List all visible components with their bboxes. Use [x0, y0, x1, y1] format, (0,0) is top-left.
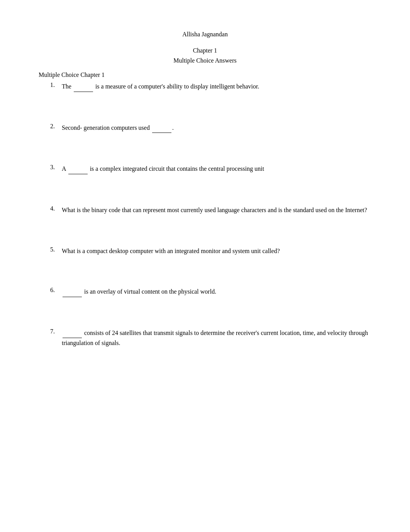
blank-1 — [74, 82, 93, 92]
question-number-4: 4. — [50, 205, 62, 212]
question-text-5: What is a compact desktop computer with … — [62, 246, 280, 256]
question-text-4: What is the binary code that can represe… — [62, 205, 367, 215]
chapter-title: Chapter 1 Multiple Choice Answers — [39, 46, 371, 65]
question-text-1: The is a measure of a computer's ability… — [62, 82, 259, 92]
chapter-heading: Chapter 1 — [39, 46, 371, 56]
section-label: Multiple Choice Chapter 1 — [39, 71, 371, 78]
question-number-7: 7. — [50, 328, 62, 335]
question-number-1: 1. — [50, 82, 62, 88]
question-item-1: 1. The is a measure of a computer's abil… — [39, 82, 371, 92]
question-number-6: 6. — [50, 287, 62, 294]
question-item-7: 7. consists of 24 satellites that transm… — [39, 328, 371, 348]
question-number-3: 3. — [50, 164, 62, 171]
question-item-2: 2. Second- generation computers used . — [39, 123, 371, 133]
question-item-4: 4. What is the binary code that can repr… — [39, 205, 371, 215]
questions-list: 1. The is a measure of a computer's abil… — [39, 82, 371, 348]
blank-6 — [63, 287, 82, 297]
blank-3 — [68, 164, 88, 174]
chapter-subtitle: Multiple Choice Answers — [39, 56, 371, 66]
page: Allisha Jagnandan Chapter 1 Multiple Cho… — [0, 0, 410, 532]
author-name: Allisha Jagnandan — [39, 31, 371, 38]
question-item-3: 3. A is a complex integrated circuit tha… — [39, 164, 371, 174]
question-item-6: 6. is an overlay of virtual content on t… — [39, 287, 371, 297]
question-text-6: is an overlay of virtual content on the … — [62, 287, 216, 297]
question-text-7: consists of 24 satellites that transmit … — [62, 328, 371, 348]
question-number-2: 2. — [50, 123, 62, 130]
question-item-5: 5. What is a compact desktop computer wi… — [39, 246, 371, 256]
question-number-5: 5. — [50, 246, 62, 253]
blank-7 — [63, 328, 82, 338]
question-text-2: Second- generation computers used . — [62, 123, 174, 133]
blank-2 — [152, 123, 171, 133]
question-text-3: A is a complex integrated circuit that c… — [62, 164, 264, 174]
